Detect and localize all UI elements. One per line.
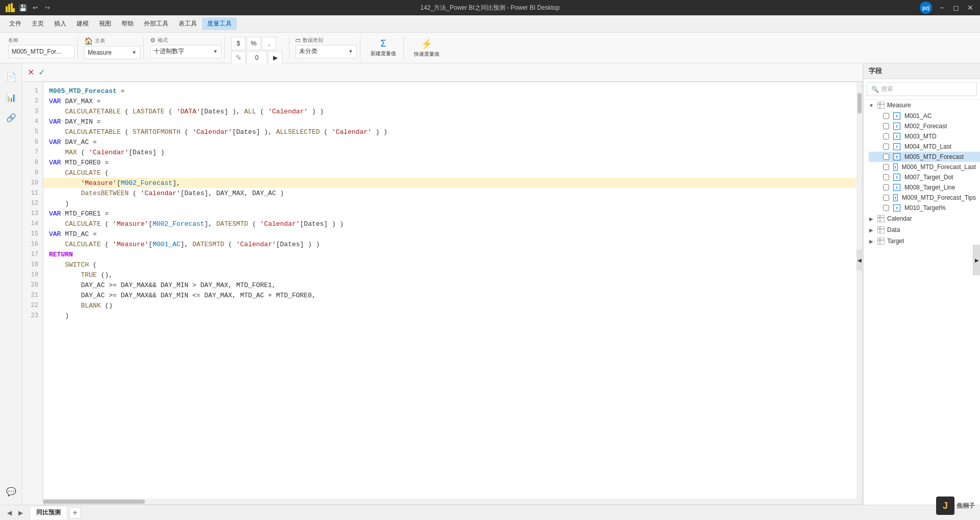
quick-measure-button[interactable]: ⚡ 快速度量值	[410, 36, 444, 60]
title-bar-controls: pzj − ◻ ✕	[920, 2, 975, 14]
user-avatar[interactable]: pzj	[920, 2, 932, 14]
expand-target-icon: ▶	[868, 238, 875, 245]
sidebar-dax-icon[interactable]: 💬	[2, 482, 20, 501]
m001-checkbox[interactable]	[883, 113, 889, 119]
m002-checkbox[interactable]	[883, 123, 889, 129]
panel-collapse-button[interactable]: ◀	[856, 250, 863, 270]
tree-item-m001[interactable]: f M001_AC	[869, 111, 980, 121]
m005-checkbox[interactable]	[883, 154, 889, 160]
tree-item-m002[interactable]: f M002_Forecast	[869, 121, 980, 131]
menu-table-tools[interactable]: 表工具	[174, 17, 202, 30]
close-button[interactable]: ✕	[966, 3, 975, 12]
tree-group-target[interactable]: ▶ Target	[864, 235, 980, 247]
decrease-decimal-button[interactable]: ⁰₀	[231, 51, 246, 64]
tree-group-measure[interactable]: ▼ Measure	[864, 100, 980, 111]
horizontal-scrollbar[interactable]	[43, 499, 856, 505]
tree-item-m005[interactable]: f M005_MTD_Forecast	[869, 152, 980, 162]
code-content[interactable]: M005_MTD_Forecast = VAR DAY_MAX = CALCUL…	[43, 82, 863, 505]
search-field[interactable]: 🔍 搜索	[867, 82, 977, 96]
dollar-button[interactable]: $	[231, 37, 246, 50]
tab-main[interactable]: 同比预测	[30, 506, 67, 519]
new-measure-button[interactable]: Σ 新建度量值	[366, 36, 400, 59]
decimal-input[interactable]: 0	[247, 51, 267, 64]
powerbi-logo-icon	[5, 3, 15, 13]
name-label: 名称	[8, 37, 18, 44]
code-line-1: M005_MTD_Forecast =	[43, 86, 863, 96]
table-data-icon	[877, 226, 885, 234]
increase-decimal-button[interactable]: ▶	[268, 51, 282, 64]
m009-checkbox[interactable]	[883, 195, 889, 201]
restore-button[interactable]: ◻	[951, 3, 961, 12]
m003-checkbox[interactable]	[883, 133, 889, 139]
table-target-icon	[877, 237, 885, 245]
quick-measure-section: ⚡ 快速度量值	[407, 37, 447, 59]
svg-rect-1	[8, 4, 10, 12]
measure-items: f M001_AC f M002_Forecast f M003_MTD	[864, 111, 980, 213]
line-num-21: 21	[22, 290, 42, 300]
right-collapse-button[interactable]: ▶	[973, 245, 980, 275]
m004-checkbox[interactable]	[883, 144, 889, 150]
sidebar-model-icon[interactable]: 🔗	[2, 108, 20, 127]
toolbar-ribbon: 名称 M005_MTD_For... 🏠 主表 Measure ▼ ⚙ 格式 十…	[0, 33, 980, 63]
m008-checkbox[interactable]	[883, 184, 889, 191]
tree-item-m003[interactable]: f M003_MTD	[869, 131, 980, 141]
percent-button[interactable]: %	[247, 37, 261, 50]
m010-checkbox[interactable]	[883, 205, 889, 211]
quick-measure-label: 快速度量值	[414, 51, 439, 58]
line-num-3: 3	[22, 106, 42, 116]
m003-measure-icon: f	[893, 133, 900, 140]
code-line-23: )	[43, 311, 863, 321]
line-num-2: 2	[22, 96, 42, 106]
tree-item-m008[interactable]: f M008_Target_Line	[869, 182, 980, 193]
code-line-16: CALCULATE ( 'Measure'[M001_AC], DATESMTD…	[43, 239, 863, 249]
formula-cancel-button[interactable]: ✕	[28, 67, 34, 77]
sidebar-data-icon[interactable]: 📊	[2, 88, 20, 106]
quick-access-save[interactable]: 💾	[18, 3, 28, 12]
add-tab-button[interactable]: +	[69, 507, 81, 518]
tab-nav-arrows: ◀ ▶	[4, 508, 26, 518]
tree-group-calendar[interactable]: ▶ Calendar	[864, 213, 980, 224]
format-section: ⚙ 格式 十进制数字 ▼	[147, 37, 225, 59]
format-select[interactable]: 十进制数字 ▼	[150, 45, 222, 58]
code-editor[interactable]: 1 2 3 4 5 6 7 8 9 10 11 12 13 14 15 16 1…	[22, 82, 863, 505]
tree-item-m006[interactable]: f M006_MTD_Forecast_Last	[869, 162, 980, 172]
minimize-button[interactable]: −	[937, 3, 946, 12]
scrollbar-thumb[interactable]	[857, 93, 862, 113]
home-table-section: 🏠 主表 Measure ▼	[81, 37, 144, 59]
data-type-select[interactable]: 未分类 ▼	[296, 45, 357, 58]
menu-help[interactable]: 帮助	[116, 17, 139, 30]
expand-data-icon: ▶	[868, 226, 875, 233]
vertical-scrollbar[interactable]	[856, 82, 863, 505]
tree-item-m004[interactable]: f M004_MTD_Last	[869, 141, 980, 152]
home-table-select[interactable]: Measure ▼	[84, 46, 140, 59]
tree-item-m007[interactable]: f M007_Target_Dot	[869, 172, 980, 182]
tree-item-m009[interactable]: f M009_MTD_Forecast_Tips	[869, 193, 980, 203]
comma-button[interactable]: ,	[262, 37, 276, 50]
menu-insert[interactable]: 插入	[49, 17, 71, 30]
quick-access-redo[interactable]: ↪	[43, 3, 52, 12]
menu-measure-tools[interactable]: 度量工具	[202, 17, 237, 30]
m009-measure-icon: f	[893, 194, 898, 201]
line-num-5: 5	[22, 127, 42, 137]
menu-file[interactable]: 文件	[4, 17, 27, 30]
tree-item-m010[interactable]: f M010_Target%	[869, 203, 980, 213]
line-numbers: 1 2 3 4 5 6 7 8 9 10 11 12 13 14 15 16 1…	[22, 82, 43, 505]
code-line-15: VAR MTD_AC =	[43, 229, 863, 239]
tree-item-m002-label: M002_Forecast	[904, 123, 976, 130]
menu-modeling[interactable]: 建模	[71, 17, 94, 30]
tree-group-data[interactable]: ▶ Data	[864, 224, 980, 235]
m007-checkbox[interactable]	[883, 174, 889, 180]
menu-home[interactable]: 主页	[27, 17, 49, 30]
m006-checkbox[interactable]	[883, 164, 889, 170]
line-num-15: 15	[22, 229, 42, 239]
formula-confirm-button[interactable]: ✓	[38, 67, 45, 77]
menu-external-tools[interactable]: 外部工具	[139, 17, 174, 30]
quick-access-undo[interactable]: ↩	[31, 3, 40, 12]
title-bar: 💾 ↩ ↪ 142_方法_Power BI之同比预测 - Power BI De…	[0, 0, 980, 15]
h-scrollbar-thumb[interactable]	[43, 500, 145, 504]
tab-nav-right[interactable]: ▶	[15, 508, 26, 518]
sidebar-report-icon[interactable]: 📄	[2, 67, 20, 86]
menu-view[interactable]: 视图	[94, 17, 116, 30]
tab-nav-left[interactable]: ◀	[4, 508, 14, 518]
name-input[interactable]: M005_MTD_For...	[8, 45, 75, 58]
